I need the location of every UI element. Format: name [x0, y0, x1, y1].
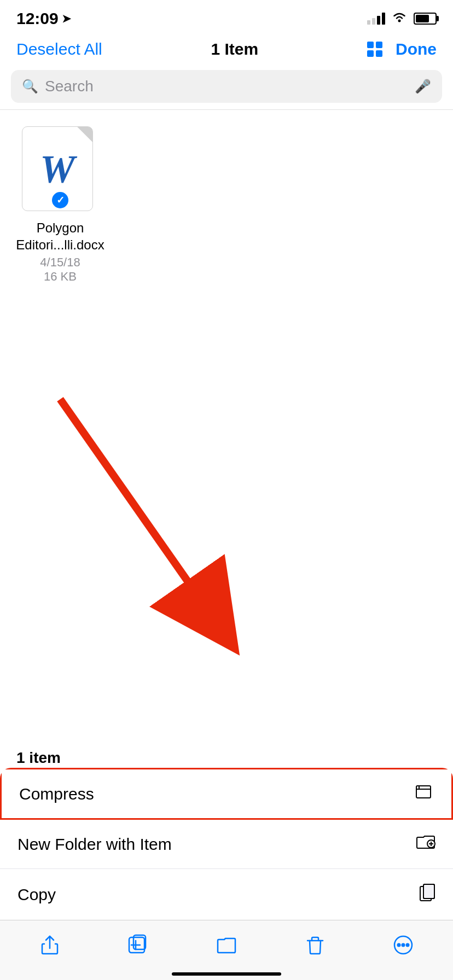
annotation-arrow: [27, 383, 274, 656]
signal-icon: [367, 13, 385, 25]
svg-point-0: [398, 20, 401, 22]
compress-menu-item[interactable]: Compress: [0, 768, 453, 820]
svg-rect-10: [423, 884, 434, 899]
microphone-icon[interactable]: 🎤: [415, 79, 431, 94]
status-time: 12:09 ➤: [16, 9, 71, 28]
wifi-icon: [392, 11, 407, 26]
location-arrow-icon: ➤: [62, 12, 71, 25]
copy-label: Copy: [18, 885, 56, 904]
status-icons: [367, 11, 437, 26]
copy-menu-item[interactable]: Copy: [0, 869, 453, 920]
bottom-toolbar: [0, 920, 453, 980]
deselect-all-button[interactable]: Deselect All: [16, 40, 102, 59]
files-area: W PolygonEditori...lli.docx 4/15/18 16 K…: [0, 110, 453, 300]
bottom-sheet: Compress New Folder with Item: [0, 768, 453, 920]
file-item[interactable]: W PolygonEditori...lli.docx 4/15/18 16 K…: [16, 126, 104, 284]
search-input[interactable]: Search: [45, 78, 408, 95]
file-icon-wrapper: W: [22, 126, 98, 214]
add-button[interactable]: [116, 929, 160, 961]
nav-title: 1 Item: [211, 40, 259, 59]
search-bar[interactable]: 🔍 Search 🎤: [11, 70, 442, 103]
new-folder-label: New Folder with Item: [18, 835, 172, 854]
battery-icon: [414, 13, 437, 25]
svg-point-19: [402, 943, 405, 946]
svg-rect-3: [416, 786, 431, 798]
new-folder-menu-item[interactable]: New Folder with Item: [0, 820, 453, 869]
sheet-status-label: 1 item: [16, 749, 61, 766]
compress-icon: [415, 784, 434, 804]
svg-point-20: [406, 943, 409, 946]
copy-icon: [419, 883, 435, 906]
svg-point-18: [398, 943, 400, 946]
svg-line-2: [60, 399, 213, 618]
file-size: 16 KB: [44, 270, 77, 284]
new-folder-icon: [416, 834, 435, 854]
search-icon: 🔍: [22, 79, 38, 94]
trash-button[interactable]: [293, 929, 337, 961]
bottom-sheet-overlay: 1 item Compress New Folder with Item: [0, 749, 453, 920]
done-button[interactable]: Done: [396, 40, 437, 59]
folder-button[interactable]: [205, 929, 248, 961]
share-button[interactable]: [28, 929, 72, 961]
grid-view-button[interactable]: [367, 42, 382, 57]
more-button[interactable]: [381, 929, 425, 961]
file-date: 4/15/18: [40, 255, 80, 270]
nav-bar: Deselect All 1 Item Done: [0, 33, 453, 66]
nav-right-actions: Done: [367, 40, 437, 59]
search-bar-container: 🔍 Search 🎤: [0, 66, 453, 110]
status-bar: 12:09 ➤: [0, 0, 453, 33]
home-indicator: [172, 972, 281, 976]
selection-checkmark: [51, 191, 69, 209]
compress-label: Compress: [19, 785, 94, 803]
word-icon: W: [40, 149, 75, 189]
file-name: PolygonEditori...lli.docx: [16, 219, 104, 253]
